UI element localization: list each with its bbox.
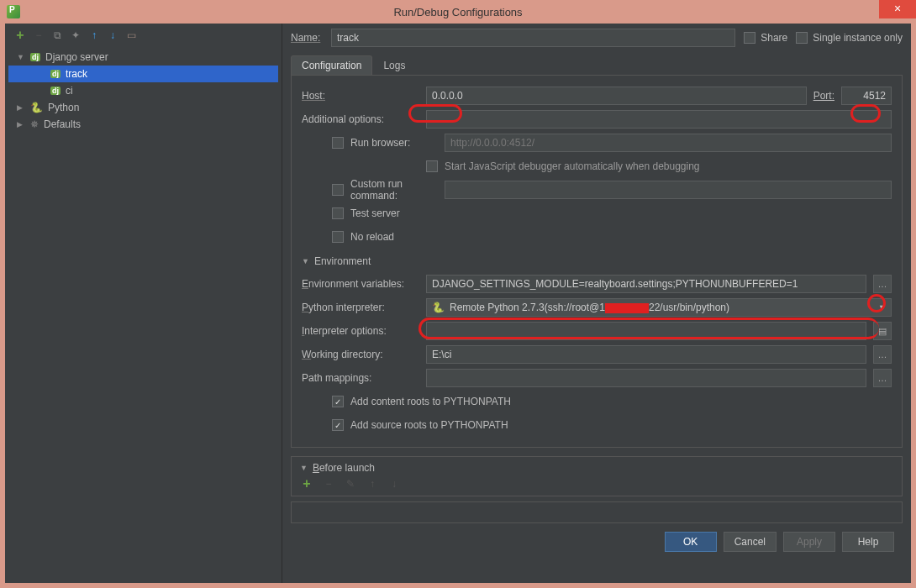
- tree-django-server[interactable]: ▼ dj Django server: [8, 49, 278, 66]
- environment-label: Environment: [314, 255, 371, 267]
- env-vars-input[interactable]: [426, 275, 866, 293]
- dialog-body: + − ⧉ ✦ ↑ ↓ ▭ ▼ dj Django server dj trac…: [5, 24, 911, 583]
- path-mappings-label: Path mappings:: [302, 372, 419, 384]
- single-instance-row[interactable]: Single instance only: [796, 32, 903, 44]
- name-label: Name:: [291, 32, 323, 44]
- tree-item-track[interactable]: dj track: [8, 66, 278, 82]
- bl-edit-icon[interactable]: ✎: [344, 477, 357, 491]
- dialog-buttons: OK Cancel Apply Help: [291, 523, 903, 557]
- titlebar: Run/Debug Configurations ×: [0, 0, 916, 24]
- settings-icon[interactable]: ✦: [69, 29, 82, 42]
- tree-defaults[interactable]: ▶ ✵ Defaults: [8, 116, 278, 133]
- environment-header[interactable]: ▼ Environment: [302, 255, 892, 267]
- test-server-checkbox[interactable]: [332, 207, 344, 219]
- run-browser-label: Run browser:: [350, 137, 438, 149]
- no-reload-label: No reload: [350, 231, 394, 243]
- interpreter-label: Python interpreter:: [302, 302, 419, 313]
- before-launch-list[interactable]: [291, 501, 903, 523]
- run-browser-input[interactable]: [445, 134, 892, 152]
- start-js-checkbox[interactable]: [426, 160, 438, 172]
- port-input[interactable]: [841, 87, 892, 105]
- interp-opts-input[interactable]: [426, 322, 866, 340]
- tabs: Configuration Logs: [291, 55, 903, 76]
- python-icon: 🐍: [30, 102, 43, 113]
- interpreter-combo[interactable]: 🐍 Remote Python 2.7.3(ssh://root@122/usr…: [426, 298, 892, 317]
- move-up-icon[interactable]: ↑: [87, 29, 101, 42]
- add-config-icon[interactable]: +: [13, 29, 27, 42]
- test-server-label: Test server: [350, 207, 400, 219]
- tab-configuration[interactable]: Configuration: [291, 55, 372, 75]
- share-checkbox[interactable]: [744, 32, 755, 44]
- expand-icon: ▶: [17, 120, 25, 129]
- path-mappings-browse-button[interactable]: …: [873, 369, 892, 387]
- tree-label: Django server: [45, 51, 108, 63]
- interp-opts-label: Interpreter options:: [302, 325, 419, 337]
- django-icon: dj: [30, 53, 40, 61]
- workdir-browse-button[interactable]: …: [873, 345, 892, 364]
- interpreter-value: Remote Python 2.7.3(ssh://root@122/usr/b…: [450, 302, 729, 313]
- share-checkbox-row[interactable]: Share: [744, 32, 787, 44]
- move-down-icon[interactable]: ↓: [106, 29, 119, 42]
- redacted-ip: [605, 303, 649, 313]
- additional-options-label: Additional options:: [302, 113, 419, 125]
- config-tree-sidebar: + − ⧉ ✦ ↑ ↓ ▭ ▼ dj Django server dj trac…: [5, 24, 282, 583]
- app-icon: [7, 5, 20, 18]
- env-vars-browse-button[interactable]: …: [873, 275, 892, 293]
- before-launch-header[interactable]: ▼ Before launch: [300, 462, 893, 474]
- name-row: Name: Share Single instance only: [291, 29, 903, 47]
- main-pane: Name: Share Single instance only Configu…: [282, 24, 911, 583]
- custom-cmd-input[interactable]: [445, 181, 892, 199]
- share-label: Share: [761, 32, 787, 44]
- tree-item-ci[interactable]: dj ci: [8, 82, 278, 99]
- name-input[interactable]: [331, 29, 735, 47]
- custom-cmd-checkbox[interactable]: [332, 184, 344, 196]
- host-input[interactable]: [426, 87, 807, 105]
- add-source-label: Add source roots to PYTHONPATH: [350, 419, 508, 431]
- env-vars-label: EEnvironment variables:nvironment variab…: [302, 278, 419, 290]
- start-js-label: Start JavaScript debugger automatically …: [445, 160, 700, 172]
- no-reload-checkbox[interactable]: [332, 231, 344, 243]
- add-content-checkbox[interactable]: [332, 396, 344, 407]
- add-source-checkbox[interactable]: [332, 419, 344, 431]
- django-icon: dj: [50, 87, 61, 95]
- tree-label: track: [66, 68, 87, 80]
- gear-icon: ✵: [30, 118, 39, 130]
- before-launch-section: ▼ Before launch + − ✎ ↑ ↓: [291, 456, 903, 496]
- single-instance-checkbox[interactable]: [796, 32, 808, 44]
- expand-icon: ▶: [17, 103, 25, 112]
- tree-label: Defaults: [44, 118, 81, 130]
- before-launch-label: Before launch: [313, 462, 375, 474]
- host-label: Host:: [302, 90, 419, 102]
- bl-up-icon[interactable]: ↑: [366, 477, 379, 491]
- add-content-label: Add content roots to PYTHONPATH: [350, 396, 511, 407]
- port-label: Port:: [813, 90, 834, 102]
- tree-python[interactable]: ▶ 🐍 Python: [8, 99, 278, 116]
- python-icon: 🐍: [432, 302, 445, 313]
- close-button[interactable]: ×: [879, 0, 916, 18]
- bl-down-icon[interactable]: ↓: [387, 477, 401, 491]
- remove-config-icon[interactable]: −: [32, 29, 45, 42]
- ok-button[interactable]: OK: [665, 532, 717, 552]
- copy-config-icon[interactable]: ⧉: [50, 29, 64, 42]
- django-icon: dj: [50, 70, 61, 78]
- window-title: Run/Debug Configurations: [393, 6, 522, 18]
- tab-logs[interactable]: Logs: [372, 55, 416, 75]
- apply-button[interactable]: Apply: [783, 532, 835, 552]
- bl-add-icon[interactable]: +: [300, 477, 313, 491]
- cancel-button[interactable]: Cancel: [724, 532, 776, 552]
- additional-options-input[interactable]: [426, 110, 892, 129]
- collapse-icon: ▼: [300, 464, 308, 472]
- tree-label: ci: [66, 85, 73, 97]
- bl-remove-icon[interactable]: −: [322, 477, 335, 491]
- workdir-label: Working directory:: [302, 349, 419, 360]
- path-mappings-input[interactable]: [426, 369, 866, 387]
- tree-toolbar: + − ⧉ ✦ ↑ ↓ ▭: [8, 29, 278, 49]
- interp-opts-expand-button[interactable]: ▤: [873, 322, 892, 340]
- custom-cmd-label: Custom run command:: [350, 178, 438, 202]
- help-button[interactable]: Help: [842, 532, 894, 552]
- config-tree: ▼ dj Django server dj track dj ci ▶ 🐍 Py…: [8, 49, 278, 133]
- workdir-input[interactable]: [426, 345, 866, 364]
- run-browser-checkbox[interactable]: [332, 137, 344, 149]
- dropdown-icon: ▼: [878, 303, 886, 312]
- folder-icon[interactable]: ▭: [124, 29, 138, 42]
